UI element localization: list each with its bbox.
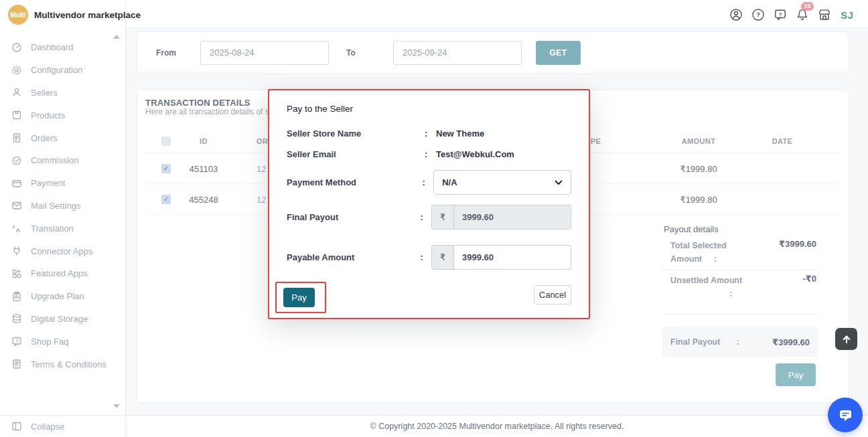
notification-badge: 15 — [801, 2, 814, 11]
payment-method-select[interactable]: N/A — [433, 170, 571, 195]
collapse-label: Collapse — [31, 422, 65, 432]
colon: : — [421, 252, 431, 262]
sidebar-item-featured-apps[interactable]: Featured Apps — [0, 262, 125, 285]
check-icon: ✓ — [163, 165, 169, 172]
sidebar-item-connector-apps[interactable]: Connector Apps — [0, 240, 125, 262]
svg-text:?: ? — [779, 11, 782, 17]
sidebar-item-shop-faq[interactable]: ? Shop Faq — [0, 330, 125, 353]
app-screen: Multi Multivendor marketplace Dashboard … — [0, 0, 868, 437]
sidebar-item-upgrade-plan[interactable]: Upgrade Plan — [0, 285, 125, 308]
user-avatar[interactable]: SJ — [839, 9, 853, 21]
row-checkbox[interactable]: ✓ — [161, 164, 171, 173]
payable-amount-label: Payable Amount — [287, 252, 421, 262]
sidebar-item-sellers[interactable]: Sellers — [0, 82, 125, 104]
notifications-bell-icon[interactable]: 15 — [795, 7, 810, 22]
seller-email-value: Test@Webkul.Com — [436, 149, 514, 159]
dashboard-icon — [11, 42, 22, 53]
row-amount: ₹1999.80 — [668, 163, 729, 173]
row-checkbox[interactable]: ✓ — [161, 195, 171, 204]
sidebar-item-payment[interactable]: Payment — [0, 172, 125, 195]
sidebar-item-translation[interactable]: zA Translation — [0, 217, 125, 240]
svg-text:z: z — [13, 224, 15, 230]
sidebar-item-label: Dashboard — [31, 42, 74, 52]
brand[interactable]: Multi Multivendor marketplace — [0, 0, 125, 29]
sidebar-item-mail-settings[interactable]: Mail Settings — [0, 195, 125, 217]
commission-icon — [11, 155, 22, 166]
annotation-highlight: Pay — [275, 282, 326, 313]
copyright-text: © Copyright 2020-2025 Multivendor market… — [370, 422, 624, 431]
payment-method-row: Payment Method : N/A — [287, 170, 571, 195]
featured-apps-icon — [11, 268, 22, 279]
sidebar-item-orders[interactable]: Orders — [0, 126, 125, 149]
database-icon — [11, 313, 22, 324]
select-all-checkbox[interactable] — [161, 137, 171, 146]
footer: © Copyright 2020-2025 Multivendor market… — [126, 415, 868, 437]
sidebar-item-products[interactable]: Products — [0, 104, 125, 126]
from-date-input[interactable] — [200, 41, 329, 65]
payment-icon — [11, 178, 22, 189]
sidebar-item-terms-conditions[interactable]: Terms & Conditions — [0, 353, 125, 375]
row-order-id: 12 — [257, 194, 266, 204]
row-order-id: 12 — [257, 163, 266, 173]
row-amount: ₹1999.80 — [668, 194, 729, 204]
date-filter-card: From To GET — [137, 31, 849, 74]
arrow-up-icon — [841, 334, 852, 345]
svg-text:?: ? — [15, 339, 18, 343]
feedback-chat-icon[interactable]: ? — [773, 7, 788, 22]
scroll-to-top-button[interactable] — [835, 328, 857, 350]
sidebar-scroll-down-icon[interactable] — [113, 404, 120, 408]
live-chat-button[interactable] — [828, 398, 863, 432]
unsettled-value: -₹0 — [802, 274, 816, 284]
sidebar-item-configuration[interactable]: Configuration — [0, 59, 125, 82]
from-label: From — [156, 48, 180, 58]
seller-email-row: Seller Email : Test@Webkul.Com — [287, 149, 571, 159]
products-icon — [11, 110, 22, 120]
seller-email-label: Seller Email — [287, 149, 425, 159]
sidebar-item-label: Commission — [31, 155, 79, 165]
sidebar-item-label: Digital Storage — [31, 314, 88, 324]
brand-logo: Multi — [8, 5, 28, 25]
total-selected-value: ₹3999.60 — [779, 239, 816, 249]
collapse-icon — [11, 421, 22, 432]
final-payout-row: Final Payout : ₹ — [287, 205, 571, 230]
modal-pay-button[interactable]: Pay — [283, 288, 315, 307]
final-payout-input-group: ₹ — [431, 205, 571, 230]
svg-text:A: A — [16, 227, 21, 234]
column-amount: AMOUNT — [668, 137, 729, 145]
modal-title: Pay to the Seller — [287, 104, 571, 114]
sidebar-scroll-up-icon[interactable] — [113, 35, 120, 39]
pay-to-seller-modal: Pay to the Seller Seller Store Name : Ne… — [268, 89, 590, 319]
sidebar-item-label: Upgrade Plan — [31, 291, 84, 301]
orders-icon — [11, 133, 22, 143]
payable-amount-input-group: ₹ — [431, 245, 571, 270]
to-date-input[interactable] — [393, 41, 522, 65]
sidebar-item-dashboard[interactable]: Dashboard — [0, 36, 125, 59]
sidebar-item-label: Orders — [31, 133, 58, 143]
chevron-down-icon — [555, 180, 563, 185]
to-label: To — [346, 48, 358, 58]
payable-amount-input[interactable] — [453, 245, 571, 270]
colon: : — [421, 212, 431, 222]
sidebar: Multi Multivendor marketplace Dashboard … — [0, 0, 126, 437]
storefront-icon[interactable] — [817, 7, 832, 22]
column-date: DATE — [755, 137, 809, 145]
unsettled-label: Unsettled Amount: — [670, 274, 759, 300]
final-payout-value: ₹3999.60 — [772, 337, 810, 347]
transactions-subtitle: Here are all transaction details of sell… — [145, 107, 288, 116]
payment-method-label: Payment Method — [287, 177, 422, 187]
payout-pay-button[interactable]: Pay — [776, 363, 816, 386]
sidebar-item-commission[interactable]: Commission — [0, 149, 125, 172]
get-button[interactable]: GET — [536, 41, 581, 65]
account-icon[interactable] — [729, 7, 743, 22]
payout-total-selected-row: Total Selected Amount : ₹3999.60 — [670, 239, 816, 266]
sidebar-collapse-button[interactable]: Collapse — [0, 415, 125, 437]
sidebar-item-label: Featured Apps — [31, 268, 88, 278]
modal-cancel-button[interactable]: Cancel — [534, 285, 571, 304]
payout-unsettled-row: Unsettled Amount: -₹0 — [670, 274, 816, 300]
sidebar-item-digital-storage[interactable]: Digital Storage — [0, 308, 125, 331]
payout-details-title: Payout details — [664, 224, 719, 234]
final-payout-label: Final Payout — [287, 212, 421, 222]
rupee-symbol: ₹ — [431, 245, 453, 270]
svg-text:?: ? — [756, 11, 760, 18]
help-icon[interactable]: ? — [751, 7, 766, 22]
